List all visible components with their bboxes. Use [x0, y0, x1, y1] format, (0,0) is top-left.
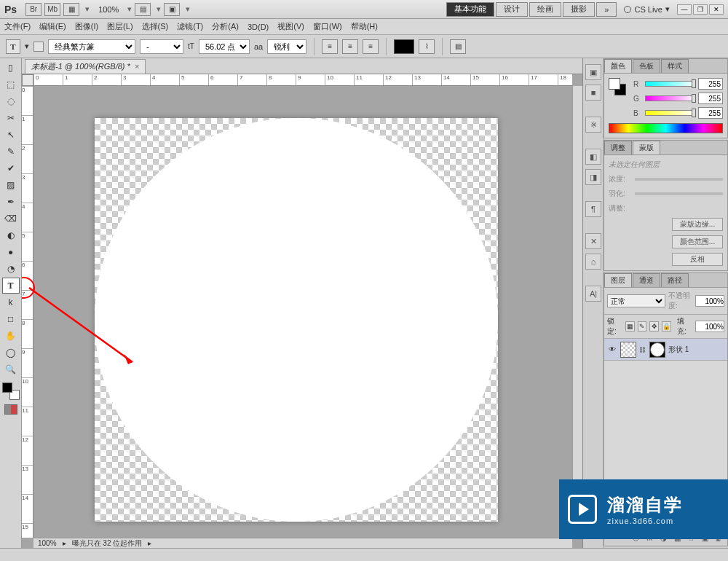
- antialias-select[interactable]: 锐利: [267, 39, 306, 54]
- minibridge-btn[interactable]: Mb: [44, 3, 60, 16]
- tab-swatches[interactable]: 色板: [633, 59, 660, 73]
- fg-swatch[interactable]: [609, 78, 620, 90]
- viewopts-btn[interactable]: ▦: [63, 3, 79, 16]
- g-input[interactable]: [698, 93, 723, 104]
- screenmode-btn[interactable]: ▣: [164, 3, 180, 16]
- arrange-btn[interactable]: ▤: [135, 3, 151, 16]
- type-tool[interactable]: T: [2, 278, 20, 294]
- zoom-tool[interactable]: 🔍: [2, 361, 20, 377]
- menu-3d[interactable]: 3D(D): [248, 23, 269, 31]
- zoom-level[interactable]: 100%: [98, 5, 119, 14]
- workspace-design[interactable]: 设计: [496, 2, 528, 17]
- font-style-select[interactable]: -: [140, 39, 183, 54]
- b-input[interactable]: [698, 107, 723, 119]
- menu-image[interactable]: 图像(I): [75, 21, 98, 32]
- chevron-right-icon[interactable]: ▸: [148, 539, 151, 547]
- status-zoom[interactable]: 100%: [38, 539, 57, 547]
- opacity-input[interactable]: [695, 295, 724, 307]
- gradient-tool[interactable]: ◐: [2, 227, 20, 243]
- doc-tab-1[interactable]: 未标题-1 @ 100%(RGB/8) * ×: [25, 59, 146, 74]
- chevron-down-icon[interactable]: ▾: [85, 4, 90, 14]
- lock-transparency-icon[interactable]: ▦: [625, 321, 635, 332]
- menu-window[interactable]: 窗口(W): [313, 21, 342, 32]
- menu-filter[interactable]: 滤镜(T): [177, 21, 203, 32]
- layer-row[interactable]: 👁 ⛓ 形状 1: [604, 339, 727, 361]
- chevron-down-icon[interactable]: ▾: [186, 4, 190, 14]
- b-slider[interactable]: [645, 110, 695, 116]
- dock-btn-4[interactable]: ◧: [585, 149, 601, 165]
- maximize-btn[interactable]: ❐: [693, 4, 708, 15]
- blur-tool[interactable]: ●: [2, 244, 20, 260]
- hand-tool[interactable]: ✋: [2, 328, 20, 344]
- ruler-vertical[interactable]: 01234567891011121314151617: [22, 86, 33, 538]
- dodge-tool[interactable]: ◔: [2, 261, 20, 277]
- blend-mode-select[interactable]: 正常: [607, 294, 665, 307]
- eraser-tool[interactable]: ⌫: [2, 211, 20, 227]
- workspace-painting[interactable]: 绘画: [529, 2, 561, 17]
- menu-edit[interactable]: 编辑(E): [39, 21, 66, 32]
- menu-file[interactable]: 文件(F): [4, 21, 31, 32]
- healing-tool[interactable]: ✎: [2, 144, 20, 160]
- dock-btn-6[interactable]: ¶: [585, 201, 601, 217]
- type-tool-icon[interactable]: T: [6, 39, 20, 54]
- text-color-swatch[interactable]: [394, 39, 414, 54]
- stamp-tool[interactable]: ▨: [2, 177, 20, 193]
- close-tab-icon[interactable]: ×: [135, 62, 139, 71]
- layer-name[interactable]: 形状 1: [668, 345, 724, 355]
- dock-btn-8[interactable]: ⌂: [585, 254, 601, 270]
- close-btn[interactable]: ✕: [709, 4, 724, 15]
- paragraph-panel-icon[interactable]: ▤: [450, 39, 466, 54]
- lock-all-icon[interactable]: 🔒: [662, 321, 671, 332]
- align-center-icon[interactable]: ≡: [342, 39, 358, 54]
- dock-btn-1[interactable]: ▣: [585, 64, 601, 80]
- layer-thumb[interactable]: [620, 342, 636, 358]
- chevron-down-icon[interactable]: ▾: [25, 42, 29, 51]
- tab-paths[interactable]: 路径: [661, 273, 689, 287]
- menu-view[interactable]: 视图(V): [277, 21, 304, 32]
- invert-btn[interactable]: 反相: [672, 253, 723, 266]
- path-tool[interactable]: k: [2, 294, 20, 310]
- chevron-down-icon[interactable]: ▾: [127, 4, 132, 14]
- link-icon[interactable]: ⛓: [639, 346, 646, 353]
- scrollbar-horizontal[interactable]: 100% ▸ 曝光只在 32 位起作用 ▸: [33, 538, 572, 548]
- cslive-btn[interactable]: CS Live▾: [624, 4, 670, 14]
- dock-btn-5[interactable]: ◨: [585, 169, 601, 185]
- chevron-right-icon[interactable]: ▸: [63, 539, 66, 547]
- lock-position-icon[interactable]: ✥: [649, 321, 659, 332]
- tab-channels[interactable]: 通道: [633, 273, 660, 287]
- fill-input[interactable]: [695, 321, 724, 332]
- ruler-horizontal[interactable]: 0123456789101112131415161718: [33, 74, 572, 86]
- orientation-toggle[interactable]: [33, 42, 44, 52]
- chevron-down-icon[interactable]: ▾: [157, 4, 161, 14]
- history-brush-tool[interactable]: ✒: [2, 194, 20, 210]
- dock-btn-9[interactable]: A|: [585, 286, 601, 302]
- g-slider[interactable]: [645, 95, 695, 101]
- bridge-btn[interactable]: Br: [25, 3, 41, 16]
- font-family-select[interactable]: 经典繁方篆: [48, 39, 135, 54]
- shape-tool[interactable]: □: [2, 311, 20, 327]
- color-swatches[interactable]: [609, 78, 629, 95]
- crop-tool[interactable]: ✂: [2, 110, 20, 126]
- color-spectrum[interactable]: [609, 123, 723, 133]
- marquee-tool[interactable]: ⬚: [2, 76, 20, 93]
- tab-masks[interactable]: 蒙版: [633, 141, 660, 154]
- menu-analysis[interactable]: 分析(A): [212, 21, 239, 32]
- warp-text-icon[interactable]: ⌇: [419, 39, 435, 54]
- canvas[interactable]: [95, 118, 498, 522]
- brush-tool[interactable]: ✔: [2, 160, 20, 176]
- align-left-icon[interactable]: ≡: [322, 39, 338, 54]
- fg-color-swatch[interactable]: [2, 382, 12, 393]
- align-right-icon[interactable]: ≡: [363, 39, 379, 54]
- move-tool[interactable]: ▯: [2, 60, 20, 76]
- lock-pixels-icon[interactable]: ✎: [638, 321, 647, 332]
- color-range-btn[interactable]: 颜色范围...: [672, 235, 723, 248]
- scrollbar-vertical[interactable]: [572, 86, 582, 538]
- mask-thumb[interactable]: [649, 342, 665, 358]
- menu-layer[interactable]: 图层(L): [107, 21, 132, 32]
- minimize-btn[interactable]: —: [677, 4, 692, 15]
- ruler-origin[interactable]: [22, 74, 33, 86]
- color-picker[interactable]: [2, 382, 20, 400]
- tab-styles[interactable]: 样式: [661, 59, 689, 73]
- r-slider[interactable]: [645, 81, 695, 87]
- eyedropper-tool[interactable]: ↖: [2, 127, 20, 143]
